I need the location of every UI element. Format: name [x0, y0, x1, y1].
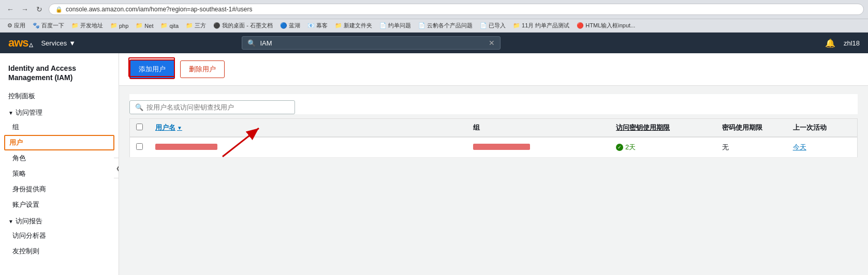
sidebar-item-access-analyzer[interactable]: 访问分析器	[0, 228, 119, 243]
muke-icon: 📧	[307, 22, 315, 29]
content-wrapper: 添加用户 删除用户	[119, 53, 868, 166]
refresh-button[interactable]: ↻	[33, 3, 46, 16]
bookmark-baidu-label: 百度一下	[41, 22, 64, 29]
browser-chrome: ← → ↻ 🔒 console.aws.amazon.com/iam/home?…	[0, 0, 868, 19]
row-last-login-cell: 今天	[787, 137, 858, 158]
cloud-icon: 📄	[418, 22, 425, 29]
bookmark-desktop-label: 我的桌面 - 石墨文档	[222, 22, 273, 29]
sidebar-section-access-reports[interactable]: ▼ 访问报告	[0, 212, 119, 228]
th-username: 用户名 ▼	[149, 119, 467, 138]
sidebar-label-access-management: 访问管理	[16, 108, 42, 117]
row-checkbox-cell	[130, 137, 150, 158]
bookmark-folder[interactable]: 📁 新建文件夹	[332, 21, 375, 30]
bookmark-baidu[interactable]: 🐾 百度一下	[30, 21, 67, 30]
delete-user-button[interactable]: 删除用户	[180, 60, 225, 78]
sidebar-section-access-management[interactable]: ▼ 访问管理	[0, 104, 119, 119]
november-icon: 📁	[513, 22, 520, 29]
row-access-key-cell: ✓ 2天	[610, 137, 716, 158]
bell-icon[interactable]: 🔔	[825, 38, 835, 48]
bookmark-lanhu[interactable]: 🔵 蓝湖	[277, 21, 303, 30]
sidebar-label-roles: 角色	[12, 154, 26, 162]
last-login-value[interactable]: 今天	[793, 143, 806, 151]
sidebar-item-identity-providers[interactable]: 身份提供商	[0, 181, 119, 197]
search-clear-icon[interactable]: ✕	[489, 39, 495, 47]
search-filter[interactable]: 🔍	[129, 100, 295, 114]
bookmark-sanfang[interactable]: 📁 三方	[183, 21, 209, 30]
bookmark-dev[interactable]: 📁 开发地址	[68, 21, 106, 30]
bookmark-net[interactable]: 📁 Net	[133, 21, 156, 30]
sidebar-item-access-rules[interactable]: 友控制则	[0, 243, 119, 259]
sidebar-item-dashboard[interactable]: 控制面板	[0, 88, 119, 104]
row-password-cell: 无	[716, 137, 787, 158]
forward-button[interactable]: →	[19, 3, 31, 16]
sidebar-label-policies: 策略	[12, 170, 26, 177]
bookmark-sanfang-label: 三方	[195, 22, 206, 29]
sidebar-item-account-settings[interactable]: 账户设置	[0, 197, 119, 212]
bookmark-november[interactable]: 📁 11月 约单产品测试	[510, 21, 572, 30]
services-chevron-icon: ▼	[69, 39, 76, 47]
bookmark-muke[interactable]: 📧 幕客	[304, 21, 331, 30]
search-input[interactable]	[260, 39, 484, 47]
bookmark-folder-label: 新建文件夹	[344, 22, 372, 29]
filter-search-icon: 🔍	[135, 103, 143, 111]
php-icon: 📁	[110, 22, 117, 29]
sidebar-label-groups: 组	[12, 123, 19, 131]
user-search-input[interactable]	[146, 103, 289, 111]
row-username-cell	[149, 137, 467, 158]
th-access-key: 访问密钥使用期限	[610, 119, 716, 138]
th-password: 密码使用期限	[716, 119, 787, 138]
username-sort-button[interactable]: 用户名 ▼	[155, 123, 182, 132]
status-check-icon: ✓	[616, 144, 623, 151]
aws-logo: aws △	[8, 36, 33, 50]
back-button[interactable]: ←	[4, 3, 17, 16]
bookmarks-bar: ⚙ 应用 🐾 百度一下 📁 开发地址 📁 php 📁 Net 📁 qita 📁 …	[0, 19, 868, 33]
bookmark-cloud[interactable]: 📄 云豹各个产品问题	[415, 21, 476, 30]
bookmark-order[interactable]: 📄 约单问题	[376, 21, 414, 30]
qita-icon: 📁	[160, 22, 168, 29]
content-header: 添加用户 删除用户	[119, 53, 868, 86]
th-group: 组	[467, 119, 610, 138]
password-value: 无	[722, 143, 729, 151]
header-right: 🔔 zhl18	[825, 38, 860, 48]
user-name[interactable]: zhl18	[844, 39, 860, 47]
row-checkbox[interactable]	[136, 143, 143, 150]
add-user-button[interactable]: 添加用户	[129, 59, 175, 79]
row-group-cell	[467, 137, 610, 158]
table-row[interactable]: ✓ 2天 无 今天	[130, 137, 858, 158]
bookmark-html[interactable]: 🔴 HTML输入框input...	[573, 21, 638, 30]
bookmark-php[interactable]: 📁 php	[107, 21, 131, 30]
baidu-icon: 🐾	[33, 22, 40, 29]
sidebar-item-users[interactable]: 用户	[4, 135, 114, 150]
content-area: 添加用户 删除用户	[119, 53, 868, 275]
sidebar-item-policies[interactable]: 策略	[0, 166, 119, 181]
search-bar[interactable]: 🔍 ✕	[242, 36, 501, 50]
sidebar: Identity and AccessManagement (IAM) 控制面板…	[0, 53, 119, 275]
sidebar-label-access-reports: 访问报告	[16, 217, 42, 226]
desktop-icon: ⚫	[213, 22, 220, 29]
bookmark-dev-label: 开发地址	[80, 22, 103, 29]
access-key-col-label[interactable]: 访问密钥使用期限	[616, 124, 670, 131]
bookmark-desktop[interactable]: ⚫ 我的桌面 - 石墨文档	[210, 21, 276, 30]
url-text: console.aws.amazon.com/iam/home?region=a…	[66, 6, 253, 13]
bookmark-imported[interactable]: 📄 已导入	[477, 21, 509, 30]
th-checkbox	[130, 119, 150, 138]
bookmark-net-label: Net	[144, 23, 153, 29]
bookmark-qita[interactable]: 📁 qita	[157, 21, 182, 30]
sidebar-collapse-handle[interactable]: ❮	[114, 158, 119, 178]
bookmark-apps[interactable]: ⚙ 应用	[4, 21, 28, 30]
sidebar-label-account-settings: 账户设置	[12, 201, 39, 208]
select-all-checkbox[interactable]	[136, 124, 143, 130]
address-bar[interactable]: 🔒 console.aws.amazon.com/iam/home?region…	[49, 4, 864, 15]
order-icon: 📄	[379, 22, 387, 29]
bookmark-php-label: php	[119, 23, 128, 29]
bookmark-apps-label: 应用	[14, 22, 25, 29]
search-icon: 🔍	[247, 39, 256, 47]
services-button[interactable]: Services ▼	[41, 39, 76, 47]
nav-buttons: ← → ↻	[4, 3, 46, 16]
sidebar-label-users: 用户	[9, 139, 23, 146]
sidebar-item-roles[interactable]: 角色	[0, 150, 119, 166]
chevron-down-icon: ▼	[8, 110, 13, 116]
imported-icon: 📄	[480, 22, 487, 29]
sidebar-item-groups[interactable]: 组	[0, 119, 119, 135]
html-icon: 🔴	[577, 22, 584, 29]
